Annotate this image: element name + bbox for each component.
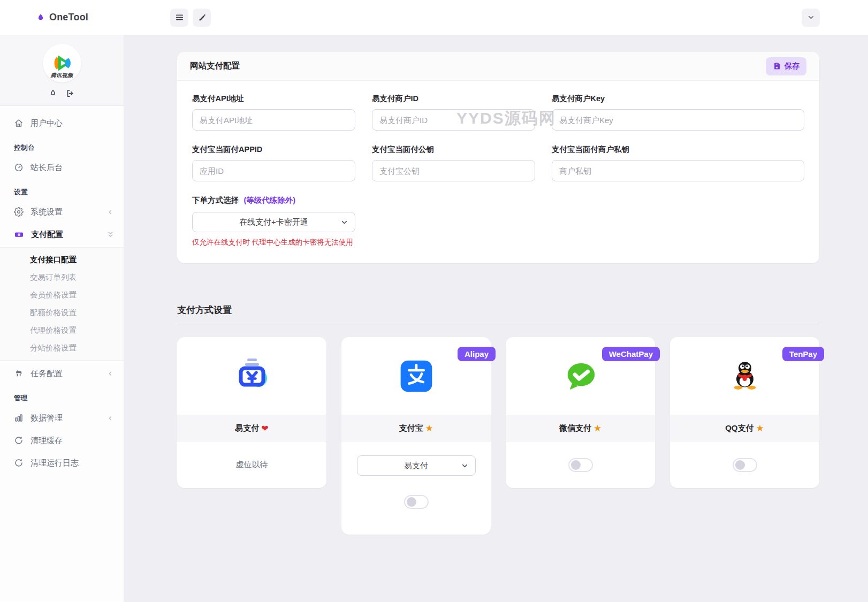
epay-wallet-icon bbox=[233, 357, 271, 395]
payment-methods-grid: 易支付 ❤ 虚位以待 Alipay bbox=[177, 337, 819, 535]
sidebar-item-label: 用户中心 bbox=[31, 118, 63, 128]
epay-merchant-id-input[interactable] bbox=[372, 109, 535, 131]
divider bbox=[177, 324, 819, 324]
sidebar-item-label: 数据管理 bbox=[31, 413, 63, 423]
alipay-appid-input[interactable] bbox=[192, 160, 355, 181]
brand: OneTool bbox=[0, 12, 124, 23]
sidebar-item-system-settings[interactable]: 系统设置 bbox=[0, 202, 124, 222]
floppy-disk-icon bbox=[773, 62, 781, 70]
field-label: 支付宝当面付APPID bbox=[192, 144, 355, 155]
order-mode-value: 在线支付+卡密开通 bbox=[239, 217, 308, 227]
order-mode-block: 下单方式选择 (等级代练除外) 在线支付+卡密开通 仅允许在线支付时 代理中心生… bbox=[192, 195, 804, 247]
field-label: 支付宝当面付公钥 bbox=[372, 144, 535, 155]
sidebar-item-label: 支付配置 bbox=[31, 230, 63, 240]
sidebar-item-clear-cache[interactable]: 清理缓存 bbox=[0, 431, 124, 450]
brand-name: OneTool bbox=[49, 12, 88, 23]
submenu-item-substation-price[interactable]: 分站价格设置 bbox=[0, 339, 124, 357]
submenu-item-member-price[interactable]: 会员价格设置 bbox=[0, 286, 124, 304]
field-epay-merchant-key: 易支付商户Key bbox=[552, 94, 804, 131]
alipay-enable-toggle[interactable] bbox=[404, 495, 429, 509]
alipay-channel-select[interactable]: 易支付 bbox=[357, 455, 476, 476]
user-menu-button[interactable] bbox=[802, 9, 820, 27]
profile-block: 腾讯视频 bbox=[0, 35, 124, 106]
nav-group-console: 控制台 bbox=[0, 133, 124, 158]
field-alipay-public-key: 支付宝当面付公钥 bbox=[372, 144, 535, 181]
field-label: 易支付API地址 bbox=[192, 94, 355, 104]
sidebar-item-task-config[interactable]: 任务配置 bbox=[0, 364, 124, 383]
alipay-public-key-input[interactable] bbox=[372, 160, 535, 181]
refresh-icon bbox=[14, 458, 24, 468]
avatar-caption: 腾讯视频 bbox=[43, 72, 81, 79]
sidebar-item-payment-config[interactable]: 支付配置 bbox=[0, 225, 124, 244]
theme-button[interactable] bbox=[193, 9, 211, 27]
sidebar-item-label: 站长后台 bbox=[31, 163, 63, 173]
sidebar-item-webmaster[interactable]: 站长后台 bbox=[0, 158, 124, 177]
epay-api-input[interactable] bbox=[192, 109, 355, 131]
bar-chart-icon bbox=[14, 413, 24, 423]
epay-merchant-key-input[interactable] bbox=[552, 109, 804, 131]
star-icon: ★ bbox=[593, 423, 601, 434]
pm-card-qq: TenPay bbox=[670, 337, 819, 488]
sidebar-item-label: 任务配置 bbox=[31, 369, 63, 379]
tenpay-badge: TenPay bbox=[782, 347, 824, 361]
sidebar-item-user-center[interactable]: 用户中心 bbox=[0, 113, 124, 133]
sidebar-collapse-button[interactable] bbox=[170, 9, 188, 27]
sidebar-item-clear-logs[interactable]: 清理运行日志 bbox=[0, 453, 124, 473]
payment-config-card: 网站支付配置 保存 易支付API地址 易支付商户ID 易支付商户Ke bbox=[177, 52, 819, 263]
banknote-icon bbox=[14, 230, 24, 240]
alipay-channel-value: 易支付 bbox=[404, 461, 428, 471]
order-mode-select[interactable]: 在线支付+卡密开通 bbox=[192, 212, 355, 232]
wechat-pay-icon bbox=[562, 357, 599, 395]
field-alipay-private-key: 支付宝当面付商户私钥 bbox=[552, 144, 804, 181]
field-label: 支付宝当面付商户私钥 bbox=[552, 144, 804, 155]
submenu-item-order-list[interactable]: 交易订单列表 bbox=[0, 269, 124, 286]
submenu-item-agent-price[interactable]: 代理价格设置 bbox=[0, 322, 124, 339]
heart-icon: ❤ bbox=[261, 423, 268, 433]
submenu-item-quota-price[interactable]: 配额价格设置 bbox=[0, 304, 124, 322]
chevron-left-icon bbox=[107, 370, 114, 377]
theme-droplet-button[interactable] bbox=[49, 89, 57, 98]
qq-penguin-icon bbox=[728, 359, 762, 393]
sidebar-item-label: 清理运行日志 bbox=[31, 458, 79, 468]
star-icon: ★ bbox=[425, 423, 433, 434]
wechat-enable-toggle[interactable] bbox=[568, 458, 593, 472]
order-mode-note-link[interactable]: (等级代练除外) bbox=[243, 196, 295, 204]
chevron-down-icon bbox=[340, 218, 348, 226]
field-label: 易支付商户Key bbox=[552, 94, 804, 104]
field-alipay-appid: 支付宝当面付APPID bbox=[192, 144, 355, 181]
field-epay-api: 易支付API地址 bbox=[192, 94, 355, 131]
save-button-label: 保存 bbox=[785, 62, 800, 71]
sidebar-item-label: 清理缓存 bbox=[31, 436, 63, 446]
nav-group-settings: 设置 bbox=[0, 177, 124, 202]
main-content: 网站支付配置 保存 易支付API地址 易支付商户ID 易支付商户Ke bbox=[124, 35, 868, 602]
save-button[interactable]: 保存 bbox=[766, 57, 806, 75]
qq-enable-toggle[interactable] bbox=[733, 458, 757, 472]
gear-icon bbox=[14, 207, 24, 217]
pm-card-name: QQ支付 bbox=[725, 423, 753, 433]
card-title: 网站支付配置 bbox=[190, 60, 240, 72]
alipay-icon bbox=[399, 359, 434, 394]
nav-group-manage: 管理 bbox=[0, 383, 124, 408]
alipay-private-key-input[interactable] bbox=[552, 160, 804, 181]
logout-button[interactable] bbox=[66, 89, 75, 98]
pm-card-name: 微信支付 bbox=[559, 423, 591, 433]
star-icon: ★ bbox=[756, 423, 764, 434]
avatar[interactable]: 腾讯视频 bbox=[43, 44, 81, 82]
order-mode-warning: 仅允许在线支付时 代理中心生成的卡密将无法使用 bbox=[192, 238, 804, 247]
field-epay-merchant-id: 易支付商户ID bbox=[372, 94, 535, 131]
pm-card-name: 易支付 bbox=[235, 423, 259, 433]
logout-icon bbox=[66, 89, 75, 98]
pm-card-note: 虚位以待 bbox=[236, 460, 268, 470]
chevron-down-icon bbox=[461, 462, 469, 470]
pm-card-epay: 易支付 ❤ 虚位以待 bbox=[177, 337, 326, 488]
topbar: OneTool bbox=[0, 0, 868, 35]
chevron-left-icon bbox=[107, 415, 114, 422]
wechatpay-badge: WeChatPay bbox=[602, 347, 660, 361]
droplet-logo-icon bbox=[36, 13, 45, 22]
sidebar: 腾讯视频 用户中心 控制台 bbox=[0, 35, 124, 602]
sidebar-item-data-manage[interactable]: 数据管理 bbox=[0, 408, 124, 428]
submenu-item-payment-interface[interactable]: 支付接口配置 bbox=[0, 251, 124, 269]
chevron-left-icon bbox=[107, 209, 114, 216]
chevron-down-icon bbox=[807, 13, 815, 21]
refresh-icon bbox=[14, 436, 24, 445]
